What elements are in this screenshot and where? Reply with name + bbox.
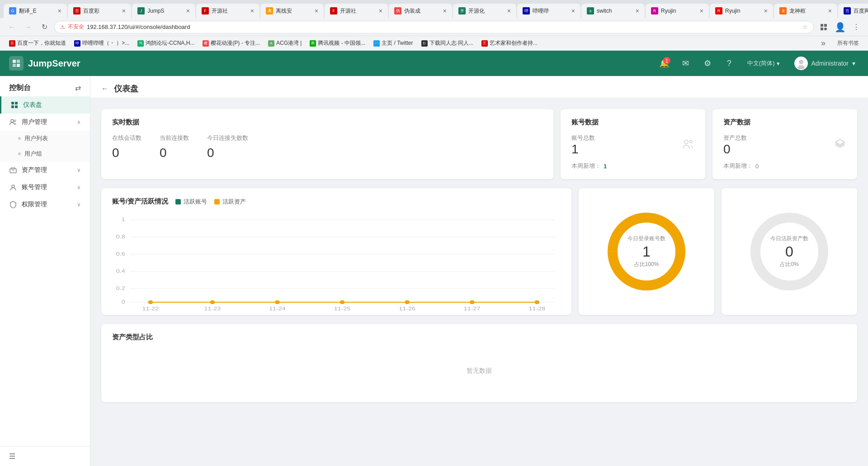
reload-button[interactable]: ↻: [38, 21, 51, 33]
all-bookmarks-button[interactable]: 所有书签: [834, 38, 863, 48]
browser-tab-6[interactable]: F 开源社 ×: [325, 4, 388, 18]
browser-tab-11[interactable]: R Ryujin ×: [646, 4, 709, 18]
submenu-user-groups-label: 用户组: [24, 150, 42, 158]
browser-tab-3[interactable]: J JumpS ×: [132, 4, 195, 18]
bookmark-acg[interactable]: A ACG港湾 |: [264, 38, 305, 48]
profile-button[interactable]: 👤: [834, 21, 846, 33]
extensions-button[interactable]: [817, 21, 830, 33]
sidebar-item-permissions[interactable]: 权限管理 ∨: [0, 196, 90, 213]
accounts-icon: [9, 184, 17, 191]
url-display: 192.168.37.120/ui/#/console/dashboard: [87, 24, 800, 30]
browser-tab-4[interactable]: F 开源社 ×: [196, 4, 259, 18]
sidebar-item-users[interactable]: 用户管理 ∧: [0, 114, 90, 131]
bookmark-ccna[interactable]: 鸿 鸿鹄论坛-CCNA,H...: [134, 38, 198, 48]
back-button[interactable]: ←: [5, 21, 18, 33]
tab-close-1[interactable]: ×: [58, 7, 61, 14]
tab-favicon-8: 开: [458, 7, 466, 14]
message-button[interactable]: ✉: [679, 56, 693, 71]
browser-tab-13[interactable]: 龙 龙神框 ×: [774, 4, 837, 18]
tab-close-10[interactable]: ×: [636, 7, 639, 14]
bookmark-star[interactable]: ☆: [802, 24, 808, 30]
tab-close-6[interactable]: ×: [379, 7, 382, 14]
account-weekly-new: 本周新增： 1: [571, 162, 694, 170]
top-cards-row: 实时数据 在线会话数 0 当前连接数 0 今日连接失败数: [101, 109, 857, 179]
browser-tab-7[interactable]: 伪 伪装成 ×: [389, 4, 452, 18]
language-selector[interactable]: 中文(简体) ▾: [744, 57, 783, 69]
svg-point-3: [824, 28, 827, 30]
assets-total-row: 资产总数 0: [723, 134, 846, 157]
tab-close-4[interactable]: ×: [250, 7, 254, 14]
bookmark-bilibili[interactable]: 哔 哔哩哔哩（・ ）>...: [71, 38, 133, 48]
forward-button[interactable]: →: [22, 21, 34, 33]
svg-rect-2: [821, 28, 823, 30]
submenu-dot-user-groups: [18, 152, 21, 155]
back-button-content[interactable]: ←: [101, 85, 108, 93]
bookmarks-more-button[interactable]: »: [817, 38, 829, 49]
tab-close-12[interactable]: ×: [764, 7, 768, 14]
sidebar-permissions-label: 权限管理: [22, 200, 47, 209]
svg-point-9: [797, 65, 805, 69]
today-failed-stat: 今日连接失败数 0: [207, 134, 248, 160]
tab-favicon-9: 哔: [523, 7, 530, 14]
browser-tab-12[interactable]: R Ryujin ×: [710, 4, 773, 18]
browser-tab-10[interactable]: s switch ×: [581, 4, 645, 18]
account-total-label: 账号总数: [571, 134, 595, 142]
sidebar-item-user-list[interactable]: 用户列表: [0, 131, 90, 146]
bookmark-favicon-acg: A: [268, 40, 274, 47]
account-donut-container: 今日登录账号数 1 占比100%: [590, 197, 703, 306]
sidebar-toggle-button[interactable]: ⇄: [75, 84, 81, 92]
tab-close-13[interactable]: ×: [828, 7, 832, 14]
bookmark-baidu[interactable]: 百 百度一下，你就知道: [5, 38, 70, 48]
account-weekly-value: 1: [604, 163, 607, 170]
notification-badge: 1: [663, 57, 670, 64]
svg-text:11-26: 11-26: [399, 306, 415, 312]
notification-button[interactable]: 🔔 1: [657, 56, 671, 71]
bookmark-art[interactable]: 艺 艺术家和创作者持...: [478, 38, 541, 48]
tab-favicon-11: R: [651, 7, 658, 14]
svg-rect-12: [11, 105, 14, 108]
browser-tab-5[interactable]: 离 离线安 ×: [260, 4, 324, 18]
browser-tab-2[interactable]: 百 百度彩 ×: [68, 4, 131, 18]
activity-chart-card: 账号/资产活跃情况 活跃账号 活跃资产: [101, 188, 571, 315]
browser-tab-1[interactable]: G 翻译_E ×: [4, 4, 67, 18]
tab-close-8[interactable]: ×: [507, 7, 511, 14]
svg-rect-13: [15, 105, 18, 108]
sidebar-item-accounts[interactable]: 账号管理 ∨: [0, 179, 90, 196]
svg-text:0: 0: [122, 299, 125, 305]
browser-tab-8[interactable]: 开 开源化 ×: [453, 4, 516, 18]
online-sessions-stat: 在线会话数 0: [112, 134, 142, 160]
svg-point-51: [340, 300, 344, 304]
tab-close-3[interactable]: ×: [186, 7, 190, 14]
tab-close-11[interactable]: ×: [700, 7, 703, 14]
svg-point-52: [405, 300, 409, 304]
sidebar-item-user-groups[interactable]: 用户组: [0, 146, 90, 162]
bookmark-favicon-anime: 樱: [203, 40, 209, 47]
submenu-user-list-label: 用户列表: [24, 134, 48, 143]
tab-close-7[interactable]: ×: [443, 7, 447, 14]
assets-total-value: 0: [723, 142, 747, 157]
settings-icon-button[interactable]: ⚙: [700, 56, 715, 71]
sidebar-item-assets[interactable]: 资产管理 ∨: [0, 162, 90, 179]
browser-tab-9[interactable]: 哔 哔哩哔 ×: [517, 4, 580, 18]
bookmark-anime[interactable]: 樱 樱花动漫(P) - 专注...: [199, 38, 264, 48]
assets-donut-center: 今日活跃资产数 0 占比0%: [770, 235, 808, 268]
help-button[interactable]: ?: [722, 56, 736, 71]
settings-button[interactable]: ⋮: [850, 21, 863, 33]
user-info[interactable]: Administrator ▾: [791, 55, 859, 72]
sidebar-bottom-icon[interactable]: ☰: [9, 452, 15, 460]
tab-favicon-6: F: [330, 7, 337, 14]
browser-tab-14[interactable]: 百 百度网 ×: [838, 4, 868, 18]
navbar-actions: 🔔 1 ✉ ⚙ ? 中文(简体) ▾ Administrator ▾: [657, 55, 859, 72]
bookmark-dl[interactable]: D 下载同人志·同人...: [418, 38, 477, 48]
tab-title-14: 百度网: [854, 7, 868, 15]
legend-assets-item: 活跃资产: [214, 198, 246, 206]
user-avatar: [794, 57, 808, 70]
user-chevron-icon: ▾: [852, 60, 855, 67]
tab-close-9[interactable]: ×: [571, 7, 575, 14]
address-bar[interactable]: ⚠ 不安全 192.168.37.120/ui/#/console/dashbo…: [54, 21, 814, 33]
tab-close-2[interactable]: ×: [122, 7, 126, 14]
tab-close-5[interactable]: ×: [315, 7, 318, 14]
sidebar-item-dashboard[interactable]: 仪表盘: [0, 96, 90, 114]
bookmark-tencent[interactable]: 腾 腾讯视频 - 中国领...: [306, 38, 369, 48]
bookmark-twitter[interactable]: 🐦 主页 / Twitter: [370, 38, 416, 48]
